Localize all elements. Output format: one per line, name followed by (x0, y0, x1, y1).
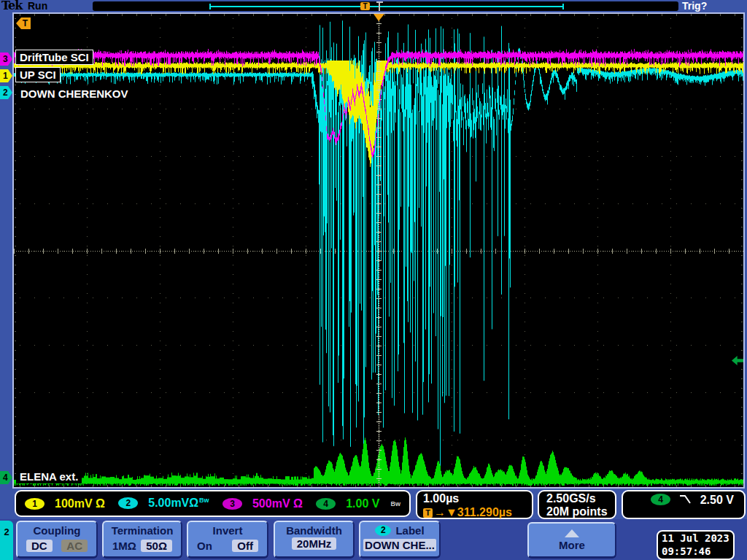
coupling-dc-option[interactable]: DC (26, 540, 53, 552)
trigger-level: 2.50 V (700, 494, 734, 507)
ch2-bandwidth-limit-badge: Bw (199, 497, 209, 504)
label-value[interactable]: DOWN CHE... (363, 539, 436, 551)
bandwidth-value[interactable]: 20MHz (292, 537, 337, 550)
ch1-badge: 1 (25, 498, 44, 510)
invert-button[interactable]: Invert On Off (187, 521, 268, 559)
termination-50-option[interactable]: 50Ω (141, 540, 172, 552)
tek-logo: Tek (1, 0, 22, 12)
date: 11 Jul 2023 (662, 532, 733, 545)
channel4-position-marker[interactable]: 4 (0, 471, 12, 484)
acquisition-status: Run (28, 0, 47, 12)
channel2-position-marker[interactable]: 2 (0, 86, 12, 99)
waveform-display: T DriftTube SCI UP SCI DOWN CHERENKOV EL… (12, 12, 745, 489)
invert-title: Invert (188, 524, 267, 537)
ch4-readout: 4 1.00 V Bw (316, 497, 400, 510)
label-channel-badge: 2 (375, 525, 391, 536)
oscilloscope-screen: Tek Run T Trig? T DriftTube SCI UP SCI D… (0, 0, 747, 560)
channel2-label: DOWN CHERENKOV (17, 87, 132, 101)
termination-1m-option[interactable]: 1MΩ (112, 540, 136, 552)
ch4-scale: 1.00 V (346, 497, 379, 510)
bandwidth-button[interactable]: Bandwidth 20MHz (274, 521, 355, 559)
channel-scale-readouts: 1 100mV Ω 2 5.00mVΩBw 3 500mV Ω 4 1.00 V… (15, 490, 411, 517)
channel2-menu-tab[interactable]: 2 (0, 521, 13, 560)
ch2-readout: 2 5.00mVΩBw (118, 497, 209, 510)
ch4-bandwidth-limit-badge: Bw (390, 500, 400, 508)
trigger-position-marker-icon (376, 1, 383, 11)
record-view-window (209, 6, 564, 7)
invert-on-option[interactable]: On (197, 540, 212, 552)
coupling-title: Coupling (18, 524, 96, 537)
ch4-badge: 4 (316, 498, 336, 510)
waveform-canvas (14, 14, 743, 487)
channel1-position-marker[interactable]: 1 (0, 69, 12, 82)
trigger-t-chip: T (423, 508, 433, 518)
ch2-badge: 2 (118, 497, 138, 509)
falling-edge-icon (679, 494, 692, 508)
termination-title: Termination (104, 524, 181, 537)
ch2-scale: 5.00mVΩBw (148, 497, 209, 510)
horizontal-readout: 1.00µs T →▼311.290µs (416, 490, 533, 519)
ch3-readout: 3 500mV Ω (222, 497, 303, 510)
top-status-bar: Tek Run T Trig? (0, 0, 747, 12)
more-button[interactable]: More (527, 522, 616, 559)
time: 09:57:46 (662, 545, 733, 558)
coupling-ac-option[interactable]: AC (61, 540, 88, 552)
sample-rate: 2.50GS/s (546, 492, 615, 505)
trigger-t-icon: T (360, 2, 370, 10)
label-button[interactable]: 2 Label DOWN CHE... (359, 521, 441, 559)
readout-row: 1 100mV Ω 2 5.00mVΩBw 3 500mV Ω 4 1.00 V… (0, 489, 747, 519)
label-title: Label (395, 524, 424, 537)
soft-menu-bar: 2 Coupling DC AC Termination 1MΩ 50Ω Inv… (0, 519, 747, 560)
termination-button[interactable]: Termination 1MΩ 50Ω (102, 521, 182, 559)
bandwidth-title: Bandwidth (275, 524, 353, 537)
coupling-button[interactable]: Coupling DC AC (16, 521, 98, 559)
ch3-scale: 500mV Ω (252, 497, 303, 510)
trigger-source-badge: 4 (651, 494, 670, 505)
channel4-label: ELENA ext. (16, 470, 82, 483)
channel3-position-marker[interactable]: 3 (0, 52, 12, 66)
ch1-readout: 1 100mV Ω (25, 497, 105, 510)
record-overview-strip[interactable]: T (93, 1, 678, 11)
more-title: More (529, 539, 615, 551)
channel1-label: UP SCI (15, 67, 61, 82)
acquisition-readout: 2.50GS/s 20M points (538, 490, 616, 519)
ch1-scale: 100mV Ω (55, 497, 105, 510)
timebase-scale: 1.00µs (423, 492, 532, 505)
record-length: 20M points (546, 505, 615, 518)
datetime-box: 11 Jul 2023 09:57:46 (657, 530, 735, 560)
up-arrow-icon (565, 529, 579, 537)
trigger-status: Trig? (682, 0, 707, 12)
trigger-readout: 4 2.50 V (622, 490, 746, 519)
channel3-label: DriftTube SCI (15, 50, 93, 65)
trigger-delay-readout: T →▼311.290µs (423, 506, 532, 519)
ch3-badge: 3 (222, 498, 242, 510)
invert-off-option[interactable]: Off (232, 540, 258, 552)
trigger-delay-value: →▼311.290µs (434, 506, 512, 519)
